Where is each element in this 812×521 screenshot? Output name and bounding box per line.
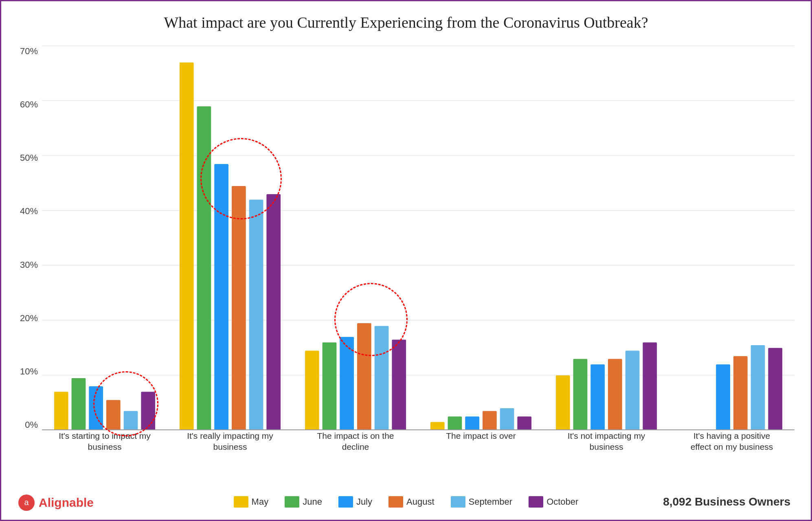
svg-rect-23 [517, 416, 531, 430]
legend-label-may: May [252, 497, 269, 507]
svg-rect-33 [733, 356, 748, 430]
x-label-5: It's not impacting mybusiness [544, 430, 669, 467]
svg-rect-12 [305, 350, 319, 430]
svg-rect-32 [716, 364, 730, 430]
svg-rect-6 [180, 62, 194, 430]
legend-color-july [338, 496, 353, 508]
alignable-icon: a [18, 494, 35, 512]
svg-rect-25 [573, 359, 588, 430]
svg-rect-22 [500, 408, 514, 430]
x-label-3: The impact is on thedecline [293, 430, 418, 467]
legend-label-august: August [406, 497, 435, 507]
legend-color-june [285, 496, 299, 508]
legend-may: May [234, 496, 269, 508]
svg-rect-17 [392, 339, 406, 430]
legend-color-september [451, 496, 465, 508]
svg-rect-28 [625, 350, 640, 430]
x-label-4: The impact is over [418, 430, 544, 467]
y-label-50: 50% [20, 153, 38, 163]
legend-color-october [529, 496, 543, 508]
legend-label-july: July [356, 497, 372, 507]
chart-container: What impact are you Currently Experienci… [0, 0, 812, 521]
legend-september: September [451, 496, 513, 508]
svg-rect-8 [214, 164, 228, 430]
svg-rect-2 [89, 386, 103, 430]
business-owners-count: 8,092 Business Owners [663, 495, 790, 508]
svg-rect-21 [483, 411, 497, 430]
legend-color-august [388, 496, 403, 508]
svg-rect-11 [266, 194, 281, 430]
y-label-10: 10% [20, 366, 38, 377]
svg-rect-7 [197, 106, 211, 430]
svg-rect-9 [232, 186, 246, 430]
legend-june: June [285, 496, 322, 508]
y-label-60: 60% [20, 99, 38, 110]
svg-rect-26 [590, 364, 605, 430]
x-label-2: It's really impacting mybusiness [167, 430, 293, 467]
alignable-logo: a Alignable [18, 494, 94, 512]
chart-title: What impact are you Currently Experienci… [1, 1, 811, 35]
svg-rect-35 [768, 348, 782, 430]
legend-july: July [338, 496, 372, 508]
svg-rect-5 [141, 392, 155, 430]
svg-rect-34 [751, 345, 765, 430]
alignable-text: Alignable [39, 496, 94, 510]
legend-label-september: September [469, 497, 513, 507]
svg-rect-19 [448, 416, 462, 430]
x-label-1: It's starting to impact mybusiness [42, 430, 167, 467]
legend-label-june: June [303, 497, 322, 507]
svg-rect-24 [556, 375, 570, 430]
svg-rect-15 [357, 323, 371, 430]
svg-rect-18 [430, 422, 445, 430]
y-label-40: 40% [20, 206, 38, 217]
svg-rect-0 [54, 392, 68, 430]
svg-rect-3 [106, 400, 121, 430]
svg-rect-4 [124, 411, 138, 430]
svg-rect-13 [323, 342, 337, 430]
y-label-70: 70% [20, 46, 38, 57]
svg-rect-20 [465, 416, 479, 430]
svg-rect-16 [375, 326, 389, 430]
y-label-20: 20% [20, 313, 38, 324]
svg-rect-29 [643, 342, 657, 430]
legend-october: October [529, 496, 578, 508]
svg-rect-14 [340, 337, 354, 430]
x-label-6: It's having a positiveeffect on my busin… [669, 430, 794, 467]
y-label-0: 0% [25, 420, 38, 430]
svg-rect-27 [608, 359, 622, 430]
y-label-30: 30% [20, 260, 38, 270]
svg-rect-1 [72, 378, 86, 430]
legend-label-october: October [546, 497, 578, 507]
legend-august: August [388, 496, 435, 508]
legend-color-may [234, 496, 248, 508]
svg-text:a: a [24, 498, 29, 507]
svg-rect-10 [249, 200, 263, 430]
